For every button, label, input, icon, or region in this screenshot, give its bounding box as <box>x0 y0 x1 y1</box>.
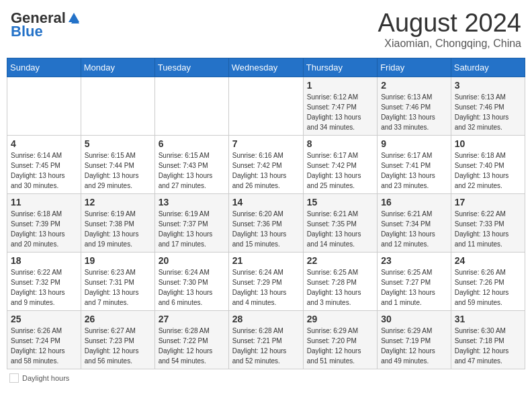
weekday-header-row: SundayMondayTuesdayWednesdayThursdayFrid… <box>7 58 525 77</box>
calendar-week-5: 25Sunrise: 6:26 AM Sunset: 7:24 PM Dayli… <box>7 310 525 369</box>
calendar-cell: 26Sunrise: 6:27 AM Sunset: 7:23 PM Dayli… <box>81 310 154 369</box>
footer-area: Daylight hours <box>7 373 525 383</box>
day-detail: Sunrise: 6:26 AM Sunset: 7:24 PM Dayligh… <box>11 326 77 366</box>
calendar-cell <box>81 77 154 135</box>
calendar-cell: 13Sunrise: 6:19 AM Sunset: 7:37 PM Dayli… <box>154 193 228 252</box>
day-number: 31 <box>455 314 521 324</box>
day-detail: Sunrise: 6:21 AM Sunset: 7:35 PM Dayligh… <box>307 209 373 249</box>
day-number: 22 <box>307 255 373 266</box>
weekday-header-wednesday: Wednesday <box>228 58 303 77</box>
day-detail: Sunrise: 6:13 AM Sunset: 7:46 PM Dayligh… <box>381 92 447 132</box>
day-number: 2 <box>381 80 447 91</box>
day-detail: Sunrise: 6:21 AM Sunset: 7:34 PM Dayligh… <box>381 209 447 249</box>
day-detail: Sunrise: 6:14 AM Sunset: 7:45 PM Dayligh… <box>11 150 77 191</box>
calendar-cell: 25Sunrise: 6:26 AM Sunset: 7:24 PM Dayli… <box>7 310 81 369</box>
day-number: 30 <box>381 314 447 324</box>
calendar-cell: 5Sunrise: 6:15 AM Sunset: 7:44 PM Daylig… <box>81 135 154 193</box>
weekday-header-thursday: Thursday <box>303 58 377 77</box>
weekday-header-friday: Friday <box>378 58 451 77</box>
calendar-cell: 20Sunrise: 6:24 AM Sunset: 7:30 PM Dayli… <box>154 252 228 310</box>
day-detail: Sunrise: 6:30 AM Sunset: 7:18 PM Dayligh… <box>455 326 521 366</box>
day-detail: Sunrise: 6:25 AM Sunset: 7:27 PM Dayligh… <box>381 267 447 308</box>
day-detail: Sunrise: 6:19 AM Sunset: 7:38 PM Dayligh… <box>85 209 151 249</box>
calendar-cell: 24Sunrise: 6:26 AM Sunset: 7:26 PM Dayli… <box>451 252 525 310</box>
day-detail: Sunrise: 6:20 AM Sunset: 7:36 PM Dayligh… <box>232 209 300 249</box>
calendar-cell: 6Sunrise: 6:15 AM Sunset: 7:43 PM Daylig… <box>154 135 228 193</box>
calendar-cell: 28Sunrise: 6:28 AM Sunset: 7:21 PM Dayli… <box>228 310 303 369</box>
day-number: 20 <box>159 255 225 266</box>
calendar-table: SundayMondayTuesdayWednesdayThursdayFrid… <box>7 58 525 369</box>
calendar-cell <box>228 77 303 135</box>
calendar-cell: 14Sunrise: 6:20 AM Sunset: 7:36 PM Dayli… <box>228 193 303 252</box>
daylight-legend: Daylight hours <box>9 373 69 383</box>
calendar-cell: 15Sunrise: 6:21 AM Sunset: 7:35 PM Dayli… <box>303 193 377 252</box>
day-number: 21 <box>232 255 300 266</box>
day-detail: Sunrise: 6:22 AM Sunset: 7:32 PM Dayligh… <box>11 267 77 308</box>
day-detail: Sunrise: 6:24 AM Sunset: 7:29 PM Dayligh… <box>232 267 300 308</box>
day-detail: Sunrise: 6:15 AM Sunset: 7:43 PM Dayligh… <box>159 150 225 191</box>
day-detail: Sunrise: 6:28 AM Sunset: 7:22 PM Dayligh… <box>159 326 225 366</box>
day-detail: Sunrise: 6:26 AM Sunset: 7:26 PM Dayligh… <box>455 267 521 308</box>
calendar-cell: 30Sunrise: 6:29 AM Sunset: 7:19 PM Dayli… <box>378 310 451 369</box>
weekday-header-saturday: Saturday <box>451 58 525 77</box>
day-number: 9 <box>381 138 447 149</box>
day-number: 27 <box>159 314 225 324</box>
main-title: August 2024 <box>378 9 521 38</box>
calendar-week-2: 4Sunrise: 6:14 AM Sunset: 7:45 PM Daylig… <box>7 135 525 193</box>
day-number: 14 <box>232 197 300 208</box>
day-number: 1 <box>307 80 373 91</box>
calendar-cell: 12Sunrise: 6:19 AM Sunset: 7:38 PM Dayli… <box>81 193 154 252</box>
day-number: 26 <box>85 314 151 324</box>
calendar-cell: 8Sunrise: 6:17 AM Sunset: 7:42 PM Daylig… <box>303 135 377 193</box>
day-number: 11 <box>11 197 77 208</box>
calendar-week-4: 18Sunrise: 6:22 AM Sunset: 7:32 PM Dayli… <box>7 252 525 310</box>
day-detail: Sunrise: 6:17 AM Sunset: 7:42 PM Dayligh… <box>307 150 373 191</box>
calendar-cell: 9Sunrise: 6:17 AM Sunset: 7:41 PM Daylig… <box>378 135 451 193</box>
day-number: 15 <box>307 197 373 208</box>
header: General Blue August 2024 Xiaomian, Chong… <box>7 7 525 52</box>
day-detail: Sunrise: 6:27 AM Sunset: 7:23 PM Dayligh… <box>85 326 151 366</box>
calendar-cell: 2Sunrise: 6:13 AM Sunset: 7:46 PM Daylig… <box>378 77 451 135</box>
calendar-cell: 29Sunrise: 6:29 AM Sunset: 7:20 PM Dayli… <box>303 310 377 369</box>
day-detail: Sunrise: 6:23 AM Sunset: 7:31 PM Dayligh… <box>85 267 151 308</box>
calendar-cell: 10Sunrise: 6:18 AM Sunset: 7:40 PM Dayli… <box>451 135 525 193</box>
day-number: 13 <box>159 197 225 208</box>
day-detail: Sunrise: 6:22 AM Sunset: 7:33 PM Dayligh… <box>455 209 521 249</box>
title-area: August 2024 Xiaomian, Chongqing, China <box>378 9 521 50</box>
calendar-cell: 31Sunrise: 6:30 AM Sunset: 7:18 PM Dayli… <box>451 310 525 369</box>
day-number: 16 <box>381 197 447 208</box>
calendar-cell: 19Sunrise: 6:23 AM Sunset: 7:31 PM Dayli… <box>81 252 154 310</box>
calendar-cell: 23Sunrise: 6:25 AM Sunset: 7:27 PM Dayli… <box>378 252 451 310</box>
calendar-cell: 27Sunrise: 6:28 AM Sunset: 7:22 PM Dayli… <box>154 310 228 369</box>
day-detail: Sunrise: 6:16 AM Sunset: 7:42 PM Dayligh… <box>232 150 300 191</box>
weekday-header-tuesday: Tuesday <box>154 58 228 77</box>
calendar-cell: 11Sunrise: 6:18 AM Sunset: 7:39 PM Dayli… <box>7 193 81 252</box>
calendar-cell: 21Sunrise: 6:24 AM Sunset: 7:29 PM Dayli… <box>228 252 303 310</box>
day-number: 19 <box>85 255 151 266</box>
day-detail: Sunrise: 6:15 AM Sunset: 7:44 PM Dayligh… <box>85 150 151 191</box>
day-detail: Sunrise: 6:17 AM Sunset: 7:41 PM Dayligh… <box>381 150 447 191</box>
day-number: 29 <box>307 314 373 324</box>
day-detail: Sunrise: 6:13 AM Sunset: 7:46 PM Dayligh… <box>455 92 521 132</box>
logo-area: General Blue <box>11 9 81 40</box>
day-detail: Sunrise: 6:18 AM Sunset: 7:40 PM Dayligh… <box>455 150 521 191</box>
day-number: 28 <box>232 314 300 324</box>
day-number: 24 <box>455 255 521 266</box>
day-number: 12 <box>85 197 151 208</box>
day-detail: Sunrise: 6:29 AM Sunset: 7:20 PM Dayligh… <box>307 326 373 366</box>
calendar-cell: 18Sunrise: 6:22 AM Sunset: 7:32 PM Dayli… <box>7 252 81 310</box>
day-detail: Sunrise: 6:25 AM Sunset: 7:28 PM Dayligh… <box>307 267 373 308</box>
day-number: 4 <box>11 138 77 149</box>
daylight-label: Daylight hours <box>22 374 69 382</box>
day-number: 3 <box>455 80 521 91</box>
subtitle: Xiaomian, Chongqing, China <box>378 38 521 50</box>
logo-text-blue: Blue <box>11 23 43 40</box>
calendar-week-1: 1Sunrise: 6:12 AM Sunset: 7:47 PM Daylig… <box>7 77 525 135</box>
logo-icon <box>67 11 81 25</box>
daylight-color-box <box>9 373 19 383</box>
calendar-cell: 4Sunrise: 6:14 AM Sunset: 7:45 PM Daylig… <box>7 135 81 193</box>
calendar-cell <box>7 77 81 135</box>
weekday-header-sunday: Sunday <box>7 58 81 77</box>
day-detail: Sunrise: 6:19 AM Sunset: 7:37 PM Dayligh… <box>159 209 225 249</box>
day-number: 17 <box>455 197 521 208</box>
